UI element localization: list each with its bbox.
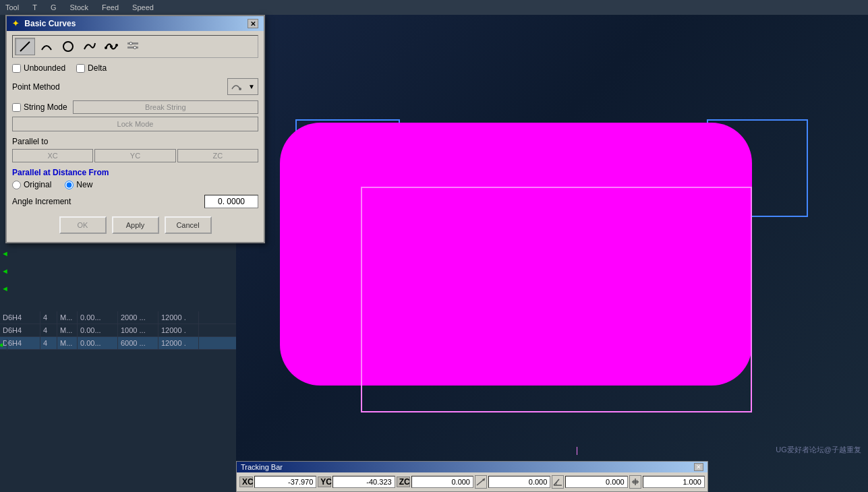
svg-point-2 [105,47,107,49]
delta-checkbox-label[interactable]: Delta [76,63,107,73]
cell-stock: 0.00... [78,324,118,336]
curve-type-toolbar [12,35,258,58]
angle-increment-input[interactable] [204,195,258,208]
point-method-icon [231,80,243,94]
cursor-icon [629,475,641,489]
svg-point-3 [110,45,113,48]
cell-feed: 6000 ... [118,337,158,349]
cell-speed: 12000 . [158,324,199,336]
dropdown-arrow-icon: ▼ [248,83,255,90]
cell-speed: 12000 . [158,337,199,349]
dialog-title-text: Basic Curves [24,19,76,28]
original-radio[interactable] [12,181,21,189]
cell-tool: D6H4 [0,324,40,336]
angle-increment-label: Angle Increment [12,197,71,206]
cell-feed: 2000 ... [118,311,158,324]
curve-tool-button[interactable] [80,38,100,55]
point-method-dropdown[interactable]: ▼ [227,78,258,95]
table-row[interactable]: D6H4 4 M... 0.00... 1000 ... 12000 . [0,324,236,337]
green-markers: ◄ ◄ ◄ [1,249,9,293]
toolbar-feed: Feed [102,3,119,11]
cell-stock: 0.00... [78,311,118,324]
xc-tracking-input[interactable] [254,476,316,488]
cell-tool: D6H4 [0,311,40,324]
dialog-title-icon: ✦ [12,19,19,28]
toolbar-t: T [32,3,37,11]
tracking-fields: XC YC ZC [237,472,707,491]
svg-point-4 [115,44,118,47]
svg-line-0 [20,42,30,51]
spline-tool-button[interactable] [101,38,121,55]
zc-axis-button[interactable]: ZC [177,149,258,162]
axis-buttons: XC YC ZC [12,149,258,162]
table-row-selected[interactable]: ◄ D6H4 4 M... 0.00... 6000 ... 12000 . [0,337,236,350]
green-marker: ◄ [1,249,9,257]
new-radio[interactable] [65,181,74,189]
svg-point-1 [63,42,73,51]
dialog-close-button[interactable]: ✕ [248,19,258,28]
zc-tracking-label: ZC [397,476,410,487]
cell-g: M... [57,324,78,336]
toolbar-stock: Stock [69,3,88,11]
param-tool-button[interactable] [123,38,143,55]
point-method-row: Point Method ▼ [12,78,258,95]
new-label: New [76,180,92,189]
string-mode-row: String Mode Break String [12,100,258,114]
yc-axis-button[interactable]: YC [94,149,175,162]
unbounded-checkbox[interactable] [12,64,21,73]
checkbox-row: Unbounded Delta [12,63,258,73]
green-marker: ◄ [1,267,9,275]
cancel-button[interactable]: Cancel [165,216,212,234]
parallel-title: Parallel at Distance From [12,168,258,177]
svg-rect-7 [127,47,138,49]
original-radio-label[interactable]: Original [12,180,51,189]
svg-rect-5 [127,42,138,44]
cell-g: M... [57,311,78,324]
arc-tool-button[interactable] [36,38,57,55]
basic-curves-dialog: ✦ Basic Curves ✕ [5,15,265,243]
angle-increment-row: Angle Increment [12,195,258,208]
line-tool-button[interactable] [15,38,35,55]
table-row[interactable]: D6H4 4 M... 0.00... 2000 ... 12000 . [0,311,236,324]
cell-t: 4 [40,324,57,336]
xc-tracking-label: XC [239,476,253,487]
toolbar-tool: Tool [5,3,19,11]
d1-tracking-input[interactable] [488,476,550,488]
lock-mode-button[interactable]: Lock Mode [12,117,258,131]
toolbar-strip: Tool T G Stock Feed Speed [0,0,868,15]
toolbar-speed: Speed [132,3,154,11]
string-mode-checkbox[interactable] [12,103,21,112]
parallel-section: Parallel at Distance From Original New [12,168,258,189]
canvas-area: | [236,15,868,458]
cell-g: M... [57,337,78,349]
apply-button[interactable]: Apply [112,216,159,234]
dialog-titlebar[interactable]: ✦ Basic Curves ✕ [7,16,264,31]
cell-t: 4 [40,337,57,349]
string-mode-checkbox-label[interactable]: String Mode [12,102,67,112]
svg-point-9 [239,88,241,90]
cell-t: 4 [40,311,57,324]
svg-point-8 [134,47,136,49]
cell-speed: 12000 . [158,311,199,324]
yc-tracking-input[interactable] [332,476,395,488]
unbounded-checkbox-label[interactable]: Unbounded [12,63,65,73]
tracking-bar: Tracking Bar ✕ XC YC ZC [236,461,708,492]
delta-checkbox[interactable] [76,64,85,73]
ok-button[interactable]: OK [59,216,107,234]
new-radio-label[interactable]: New [65,180,92,189]
yc-tracking-label: YC [318,476,331,487]
break-string-button[interactable]: Break String [73,100,258,114]
zc-tracking-input[interactable] [411,476,473,488]
d3-tracking-input[interactable] [643,476,705,488]
tracking-bar-title: Tracking Bar ✕ [237,462,707,472]
dialog-buttons: OK Apply Cancel [12,216,258,238]
angle-icon [552,475,564,489]
circle-tool-button[interactable] [58,38,78,55]
d2-tracking-input[interactable] [565,476,627,488]
xc-axis-button[interactable]: XC [12,149,93,162]
tracking-bar-close-button[interactable]: ✕ [694,463,703,471]
svg-point-6 [129,42,132,45]
green-marker: ◄ [1,284,9,293]
point-method-label: Point Method [12,82,60,92]
cell-stock: 0.00... [78,337,118,349]
